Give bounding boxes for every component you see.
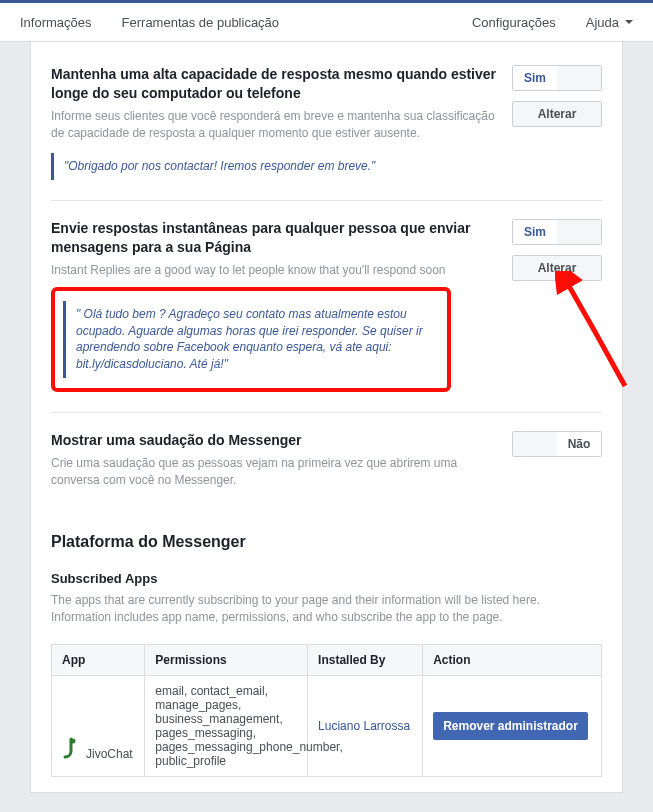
content-panel: Mantenha uma alta capacidade de resposta… [30, 42, 623, 793]
quote-block: " Olá tudo bem ? Agradeço seu contato ma… [63, 301, 439, 378]
instant-replies-section: Envie respostas instantâneas para qualqu… [51, 200, 602, 412]
highlight-box: " Olá tudo bem ? Agradeço seu contato ma… [51, 287, 451, 392]
table-header-row: App Permissions Installed By Action [52, 645, 602, 676]
toggle-yes[interactable]: Sim [513, 66, 557, 90]
nav-publishing-tools[interactable]: Ferramentas de publicação [122, 15, 280, 30]
col-app: App [52, 645, 145, 676]
greeting-section: Mostrar uma saudação do Messenger Crie u… [51, 412, 602, 508]
cell-permissions: email, contact_email, manage_pages, busi… [145, 676, 308, 777]
remove-admin-button[interactable]: Remover administrador [433, 712, 588, 740]
section-desc: Informe seus clientes que você responder… [51, 108, 497, 142]
subscribed-apps-desc: The apps that are currently subscribing … [51, 592, 602, 626]
installer-link[interactable]: Luciano Larrossa [318, 719, 410, 733]
cell-action: Remover administrador [423, 676, 602, 777]
col-installed-by: Installed By [308, 645, 423, 676]
quote-text: " Olá tudo bem ? Agradeço seu contato ma… [76, 306, 429, 373]
section-desc: Crie uma saudação que as pessoas vejam n… [51, 455, 497, 489]
cell-app: JivoChat [52, 676, 145, 777]
svg-point-0 [71, 739, 76, 744]
quote-block: "Obrigado por nos contactar! Iremos resp… [51, 153, 497, 180]
section-title: Mantenha uma alta capacidade de resposta… [51, 65, 497, 103]
alter-button[interactable]: Alterar [512, 101, 602, 127]
nav-info[interactable]: Informações [20, 15, 92, 30]
away-response-section: Mantenha uma alta capacidade de resposta… [51, 57, 602, 200]
toggle-yes[interactable]: Sim [513, 220, 557, 244]
section-desc: Instant Replies are a good way to let pe… [51, 262, 497, 279]
toggle-away[interactable]: Sim [512, 65, 602, 91]
cell-installed-by: Luciano Larrossa [308, 676, 423, 777]
toggle-yes-empty[interactable] [513, 432, 557, 456]
alter-button[interactable]: Alterar [512, 255, 602, 281]
toggle-no[interactable]: Não [557, 432, 601, 456]
jivochat-icon [62, 737, 80, 761]
app-name: JivoChat [86, 747, 133, 761]
nav-settings[interactable]: Configurações [472, 15, 556, 30]
table-row: JivoChat email, contact_email, manage_pa… [52, 676, 602, 777]
top-bar: Informações Ferramentas de publicação Co… [0, 0, 653, 42]
col-permissions: Permissions [145, 645, 308, 676]
platform-title: Plataforma do Messenger [51, 533, 602, 551]
toggle-greeting[interactable]: Não [512, 431, 602, 457]
caret-down-icon [625, 20, 633, 24]
quote-text: "Obrigado por nos contactar! Iremos resp… [64, 158, 487, 175]
toggle-no-empty[interactable] [557, 66, 601, 90]
messenger-platform-section: Plataforma do Messenger Subscribed Apps … [51, 533, 602, 777]
toggle-instant[interactable]: Sim [512, 219, 602, 245]
section-title: Envie respostas instantâneas para qualqu… [51, 219, 497, 257]
subscribed-apps-title: Subscribed Apps [51, 571, 602, 586]
section-title: Mostrar uma saudação do Messenger [51, 431, 497, 450]
toggle-no-empty[interactable] [557, 220, 601, 244]
nav-help[interactable]: Ajuda [586, 15, 633, 30]
apps-table: App Permissions Installed By Action Jivo… [51, 644, 602, 777]
col-action: Action [423, 645, 602, 676]
